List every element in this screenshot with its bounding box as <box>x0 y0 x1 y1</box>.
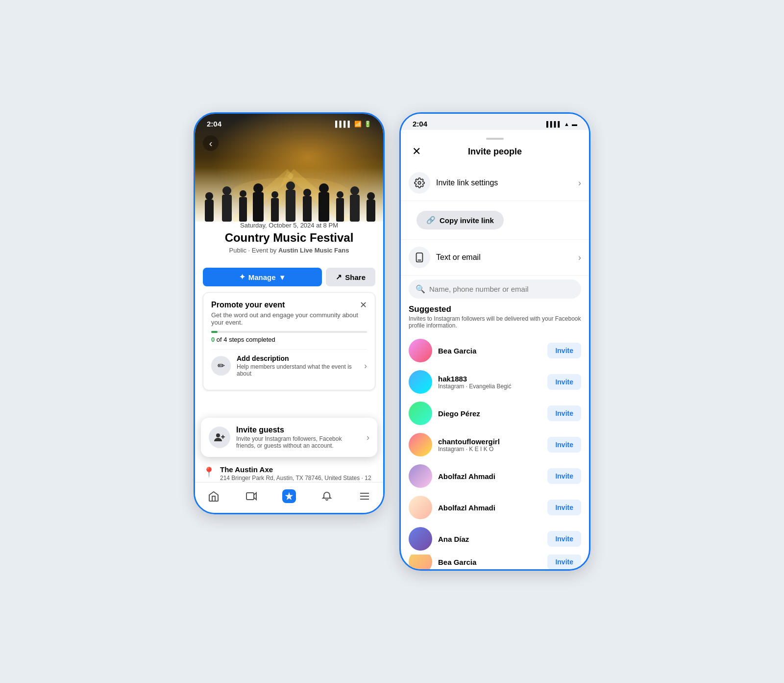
svg-rect-20 <box>336 198 344 222</box>
dropdown-arrow: ▼ <box>279 273 286 281</box>
invite-guests-icon <box>209 427 230 448</box>
person-name-4: Abolfazl Ahmadi <box>438 472 541 481</box>
invite-button-0[interactable]: Invite <box>547 343 581 358</box>
invite-button-2[interactable]: Invite <box>547 405 581 421</box>
invite-button-6[interactable]: Invite <box>547 531 581 547</box>
invite-button-3[interactable]: Invite <box>547 437 581 453</box>
back-button[interactable]: ‹ <box>203 135 219 151</box>
person-row-3: chantouflowergirl Instagram · K E I K O … <box>409 429 581 460</box>
home-icon <box>207 489 220 503</box>
nav-home[interactable] <box>199 487 228 505</box>
suggested-section: Suggested Invites to Instagram followers… <box>401 304 589 569</box>
link-icon: 🔗 <box>426 216 436 225</box>
event-date: Saturday, October 5, 2024 at 8 PM <box>203 222 375 229</box>
step-add-description[interactable]: ✏ Add description Help members understan… <box>211 349 367 382</box>
invite-button-1[interactable]: Invite <box>547 374 581 390</box>
share-icon: ↗ <box>336 273 342 281</box>
wifi-icon-2: ▲ <box>564 121 569 127</box>
status-time-1: 2:04 <box>207 120 221 128</box>
nav-events[interactable] <box>274 487 304 505</box>
status-bar-1: 2:04 ▌▌▌▌ 📶 🔋 <box>195 114 383 130</box>
bell-icon <box>320 489 334 503</box>
suggested-title: Suggested <box>409 304 581 314</box>
drag-handle-area <box>401 130 589 140</box>
invite-guests-desc: Invite your Instagram followers, Facebok… <box>236 435 361 449</box>
person-name-0: Bea Garcia <box>438 347 541 355</box>
person-row-1: hak1883 Instagram · Evangelia Begić Invi… <box>409 366 581 398</box>
person-name-5: Abolfazl Ahmadi <box>438 504 541 512</box>
concert-silhouette <box>195 163 383 222</box>
avatar-1 <box>409 370 432 394</box>
invite-guests-title: Invite guests <box>236 426 361 434</box>
svg-point-9 <box>240 190 246 197</box>
chevron-right-icon: › <box>364 361 367 371</box>
search-input[interactable] <box>429 285 574 293</box>
svg-rect-6 <box>222 195 232 222</box>
copy-link-section: 🔗 Copy invite link <box>401 201 589 240</box>
copy-invite-link-button[interactable]: 🔗 Copy invite link <box>416 211 504 229</box>
phone-icon <box>409 247 430 268</box>
person-sub-1: Instagram · Evangelia Begić <box>438 383 541 390</box>
person-name-3: chantouflowergirl <box>438 437 541 446</box>
settings-chevron-icon: › <box>578 178 581 188</box>
manage-icon: ✦ <box>239 273 245 281</box>
person-name-2: Diego Pérez <box>438 409 541 418</box>
event-info: Saturday, October 5, 2024 at 8 PM Countr… <box>195 222 383 262</box>
svg-point-26 <box>216 433 220 437</box>
person-name-6: Ana Díaz <box>438 535 541 543</box>
nav-menu[interactable] <box>350 487 379 505</box>
wifi-icon: 📶 <box>354 121 362 127</box>
page-wrapper: 2:04 ▌▌▌▌ 📶 🔋 ‹ <box>194 112 590 571</box>
share-button[interactable]: ↗ Share <box>326 268 375 286</box>
nav-notifications[interactable] <box>312 487 342 505</box>
event-organizer: Austin Live Music Fans <box>278 247 349 254</box>
promote-card: Promote your event ✕ Get the word out an… <box>203 292 375 390</box>
status-icons-1: ▌▌▌▌ 📶 🔋 <box>335 121 371 127</box>
bottom-nav <box>195 482 383 513</box>
step-desc: Help members understand what the event i… <box>237 363 358 377</box>
svg-rect-35 <box>416 253 423 262</box>
svg-point-23 <box>350 186 359 195</box>
phone-event: 2:04 ▌▌▌▌ 📶 🔋 ‹ <box>194 112 385 514</box>
person-sub-3: Instagram · K E I K O <box>438 446 541 453</box>
promote-header: Promote your event ✕ <box>211 301 367 309</box>
hero-image: ‹ <box>195 114 383 222</box>
svg-point-21 <box>337 191 343 198</box>
person-row-2: Diego Pérez Invite <box>409 398 581 429</box>
nav-video[interactable] <box>237 487 266 505</box>
svg-rect-12 <box>271 198 279 222</box>
invite-guests-popup[interactable]: Invite guests Invite your Instagram foll… <box>201 418 377 457</box>
invite-button-4[interactable]: Invite <box>547 468 581 484</box>
svg-rect-10 <box>253 192 264 222</box>
status-icons-2: ▌▌▌▌ ▲ ▬ <box>546 121 577 127</box>
promote-close-button[interactable]: ✕ <box>360 301 367 309</box>
battery-icon: 🔋 <box>364 121 371 127</box>
invite-page-title: Invite people <box>424 147 565 157</box>
avatar-5 <box>409 496 432 519</box>
invite-link-settings-row[interactable]: Invite link settings › <box>401 165 589 201</box>
invite-link-settings-label: Invite link settings <box>436 178 572 187</box>
video-icon <box>245 489 258 503</box>
text-email-chevron-icon: › <box>578 253 581 263</box>
svg-rect-24 <box>367 200 375 222</box>
person-row-5: Abolfazl Ahmadi Invite <box>409 492 581 523</box>
location-pin-icon: 📍 <box>203 466 215 478</box>
invite-button-7[interactable]: Invite <box>547 555 581 569</box>
svg-point-7 <box>222 186 231 195</box>
text-or-email-row[interactable]: Text or email › <box>401 240 589 276</box>
invite-button-5[interactable]: Invite <box>547 500 581 515</box>
signal-icon: ▌▌▌▌ <box>335 121 352 127</box>
phone-invite: 2:04 ▌▌▌▌ ▲ ▬ ✕ Invite people Invit <box>399 112 590 571</box>
avatar-7 <box>409 555 432 569</box>
person-row-6: Ana Díaz Invite <box>409 523 581 555</box>
manage-button[interactable]: ✦ Manage ▼ <box>203 268 322 286</box>
menu-icon <box>358 489 371 503</box>
step-pencil-icon: ✏ <box>211 356 231 376</box>
avatar-6 <box>409 527 432 551</box>
search-bar[interactable]: 🔍 <box>409 279 581 299</box>
svg-point-34 <box>418 181 421 184</box>
close-invite-button[interactable]: ✕ <box>409 144 424 159</box>
invite-page-header: ✕ Invite people <box>401 140 589 165</box>
suggested-note: Invites to Instagram followers will be d… <box>409 315 581 329</box>
location-name: The Austin Axe <box>220 465 375 474</box>
